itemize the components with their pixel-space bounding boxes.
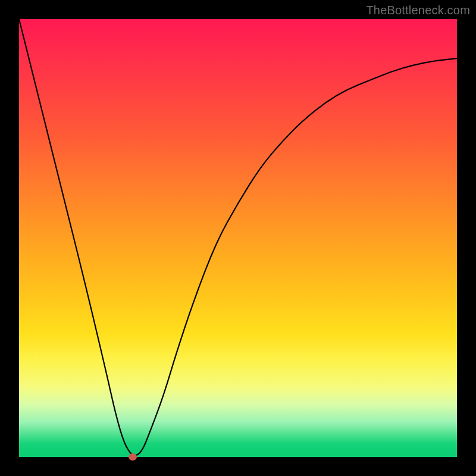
- curve-marker: [129, 453, 137, 461]
- plot-area: [19, 19, 457, 457]
- curve-svg: [19, 19, 457, 457]
- chart-frame: TheBottleneck.com: [0, 0, 476, 476]
- watermark-text: TheBottleneck.com: [366, 4, 470, 17]
- curve-line: [19, 19, 457, 455]
